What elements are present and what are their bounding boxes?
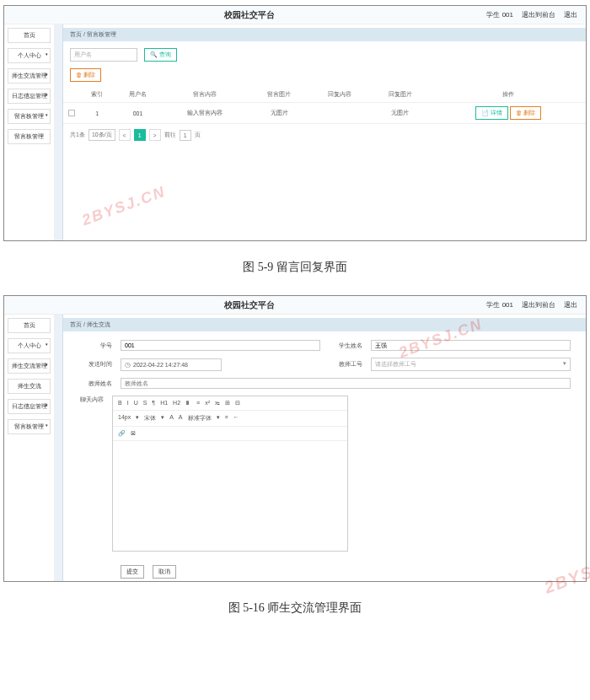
pager: 共1条 10条/页 < 1 > 前往 1 页 [63, 124, 586, 146]
tb-underline[interactable]: U [134, 400, 138, 407]
pager-page-1[interactable]: 1 [134, 129, 146, 141]
tb-sup[interactable]: x² [205, 400, 210, 407]
sidebar-item-chat[interactable]: 师生交流管理 [8, 68, 51, 83]
pager-size[interactable]: 10条/页 [88, 129, 115, 141]
col-user: 用户名 [114, 87, 161, 103]
sidebar-item-profile[interactable]: 个人中心 [8, 48, 51, 63]
delete-button[interactable]: 🗑 删除 [70, 68, 101, 82]
app-title: 校园社交平台 [13, 299, 486, 311]
col-checkbox [63, 87, 80, 103]
tb-justify[interactable]: ≡ [225, 414, 228, 423]
tb-forecolor[interactable]: A [169, 414, 174, 423]
sidebar-item-log[interactable]: 日志信息管理 [8, 89, 51, 104]
content-area: 首页 / 留言板管理 用户名 🔍 查询 🗑 删除 索引 用户名 留言内容 留言图… [63, 6, 586, 240]
tb-link-icon[interactable]: 🔗 [118, 430, 126, 437]
tb-std-font[interactable]: 标准字体 [188, 414, 212, 423]
tb-align[interactable]: ≡ [196, 400, 200, 407]
sidebar-item-home[interactable]: 首页 [8, 28, 51, 43]
tb-sub[interactable]: x₂ [215, 400, 221, 407]
tb-indent-out[interactable]: ⊟ [235, 400, 240, 407]
app-title: 校园社交平台 [13, 9, 486, 21]
label-time: 发送时间 [78, 360, 112, 369]
tb-image-icon[interactable]: ⊠ [131, 430, 136, 437]
sidebar-item-profile[interactable]: 个人中心 [8, 338, 51, 353]
pager-goto-suf: 页 [195, 131, 201, 139]
chevron-down-icon[interactable]: ▾ [136, 414, 139, 423]
input-time[interactable]: 2022-04-22 14:27:48 [121, 358, 222, 371]
sidebar-item-chat-mgmt[interactable]: 师生交流管理 [8, 358, 51, 374]
tb-strike[interactable]: S [143, 400, 148, 407]
table-row: 1 001 输入留言内容 无图片 无图片 📄 详情 🗑 删除 [63, 103, 586, 124]
content-area: 首页 / 师生交流 学号 学生姓名 发送时间 2022-04-22 14:27:… [63, 296, 586, 581]
exit-link[interactable]: 退出 [564, 10, 577, 19]
tb-p[interactable]: ¶ [152, 400, 155, 407]
logout-link[interactable]: 退出到前台 [522, 10, 555, 19]
submit-button[interactable]: 提交 [121, 565, 144, 579]
editor-body[interactable] [113, 441, 347, 551]
tb-italic[interactable]: I [127, 400, 129, 407]
editor-toolbar-1: B I U S ¶ H1 H2 ⫼ ≡ x² x₂ ⊞ ⊟ [113, 396, 347, 411]
logout-link[interactable]: 退出到前台 [522, 300, 555, 310]
figure-caption-1: 图 5-9 留言回复界面 [0, 246, 590, 290]
tb-undo[interactable]: ← [233, 414, 239, 423]
search-button[interactable]: 🔍 查询 [144, 48, 177, 62]
row-checkbox[interactable] [68, 110, 75, 116]
app-header: 校园社交平台 学生 001 退出到前台 退出 [4, 296, 586, 315]
figure-caption-2: 图 5-16 师生交流管理界面 [0, 587, 590, 631]
editor-toolbar-3: 🔗 ⊠ [113, 427, 347, 441]
sidebar-item-board[interactable]: 留言板管理 [8, 419, 51, 434]
chevron-down-icon[interactable]: ▾ [217, 414, 220, 423]
tb-h2[interactable]: H2 [173, 400, 180, 407]
figure-5-9: 校园社交平台 学生 001 退出到前台 退出 首页 个人中心 师生交流管理 日志… [3, 5, 587, 241]
input-sname[interactable] [371, 340, 571, 351]
app-header: 校园社交平台 学生 001 退出到前台 退出 [4, 6, 586, 24]
sidebar-item-board2[interactable]: 留言板管理 [8, 129, 51, 144]
label-tname: 教师姓名 [78, 380, 112, 388]
sidebar-item-log[interactable]: 日志信息管理 [8, 399, 51, 414]
table-header-row: 索引 用户名 留言内容 留言图片 回复内容 回复图片 操作 [63, 87, 586, 103]
input-tname[interactable] [121, 378, 571, 389]
user-label[interactable]: 学生 001 [486, 300, 513, 310]
tb-fontsize[interactable]: 14px [118, 414, 131, 423]
pager-next[interactable]: > [149, 129, 161, 141]
message-table: 索引 用户名 留言内容 留言图片 回复内容 回复图片 操作 1 001 输入留言… [63, 87, 586, 124]
cell-reply [309, 103, 370, 124]
tb-bold[interactable]: B [118, 400, 122, 407]
col-msg: 留言内容 [162, 87, 249, 103]
chevron-down-icon[interactable]: ▾ [161, 414, 164, 423]
label-sname: 学生姓名 [329, 342, 362, 350]
tb-fontfamily[interactable]: 宋体 [144, 414, 156, 423]
exit-link[interactable]: 退出 [564, 300, 577, 310]
gutter [55, 296, 63, 581]
pager-prev[interactable]: < [119, 129, 131, 141]
clock-icon [125, 361, 131, 369]
rich-text-editor[interactable]: B I U S ¶ H1 H2 ⫼ ≡ x² x₂ ⊞ ⊟ [112, 396, 348, 552]
label-content: 聊天内容 [78, 396, 112, 552]
sidebar-item-home[interactable]: 首页 [8, 318, 51, 333]
tb-backcolor[interactable]: A [179, 414, 183, 423]
gutter [55, 6, 63, 240]
input-sid[interactable] [121, 340, 320, 351]
sidebar: 首页 个人中心 师生交流管理 师生交流 日志信息管理 留言板管理 [4, 296, 55, 581]
col-actions: 操作 [431, 87, 586, 103]
pager-total: 共1条 [70, 131, 85, 139]
sidebar-item-board[interactable]: 留言板管理 [8, 109, 51, 124]
row-delete-button[interactable]: 🗑 删除 [510, 106, 541, 120]
cancel-button[interactable]: 取消 [153, 565, 176, 579]
row-detail-button[interactable]: 📄 详情 [475, 106, 508, 120]
col-reply: 回复内容 [309, 87, 370, 103]
select-tid[interactable]: 请选择教师工号 [371, 358, 571, 371]
tb-h1[interactable]: H1 [160, 400, 168, 407]
label-tid: 教师工号 [329, 360, 362, 369]
tb-list[interactable]: ⫼ [185, 400, 191, 407]
cell-img: 无图片 [249, 103, 309, 124]
sidebar: 首页 个人中心 师生交流管理 日志信息管理 留言板管理 留言板管理 [4, 6, 55, 240]
sidebar-item-chat[interactable]: 师生交流 [8, 379, 51, 394]
user-label[interactable]: 学生 001 [486, 10, 513, 19]
editor-toolbar-2: 14px ▾ 宋体 ▾ A A 标准字体 ▾ ≡ ← [113, 411, 347, 427]
pager-goto-input[interactable]: 1 [180, 130, 191, 141]
tb-indent-in[interactable]: ⊞ [225, 400, 230, 407]
search-input[interactable]: 用户名 [70, 48, 137, 62]
col-rimg: 回复图片 [370, 87, 431, 103]
cell-msg: 输入留言内容 [162, 103, 249, 124]
